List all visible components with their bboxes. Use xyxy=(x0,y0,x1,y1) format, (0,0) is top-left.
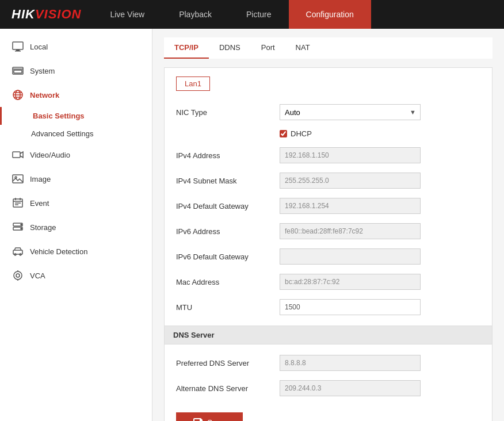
sidebar-item-video-audio[interactable]: Video/Audio xyxy=(0,143,152,167)
nav-items: Live View Playback Picture Configuration xyxy=(93,0,504,29)
tab-ddns[interactable]: DDNS xyxy=(209,37,251,59)
mac-address-row: Mac Address xyxy=(176,269,480,294)
sidebar-item-network[interactable]: Network xyxy=(0,83,152,107)
system-icon xyxy=(12,64,24,77)
svg-rect-12 xyxy=(13,175,23,183)
save-icon xyxy=(193,418,203,421)
network-icon xyxy=(12,89,24,101)
ipv4-subnet-row: IPv4 Subnet Mask xyxy=(176,168,480,193)
svg-rect-1 xyxy=(16,49,20,51)
dhcp-row: DHCP xyxy=(280,125,480,143)
sidebar-item-storage[interactable]: Storage xyxy=(0,215,152,239)
preferred-dns-row: Preferred DNS Server xyxy=(176,350,480,376)
tab-nat[interactable]: NAT xyxy=(285,37,320,59)
sidebar-item-vehicle-detection[interactable]: Vehicle Detection xyxy=(0,239,152,263)
mtu-row: MTU xyxy=(176,294,480,320)
image-icon xyxy=(12,173,24,185)
sidebar-item-vca[interactable]: VCA xyxy=(0,263,152,288)
save-section: Save xyxy=(176,412,480,421)
save-button-label: Save xyxy=(207,418,226,421)
svg-rect-5 xyxy=(14,70,22,73)
sidebar-sub-basic-settings[interactable]: Basic Settings xyxy=(0,107,152,125)
mtu-input[interactable] xyxy=(280,299,421,315)
tab-port[interactable]: Port xyxy=(251,37,285,59)
logo: HIKVISION xyxy=(0,7,93,22)
sidebar-item-event[interactable]: Event xyxy=(0,191,152,215)
svg-rect-0 xyxy=(13,42,23,49)
alternate-dns-input[interactable] xyxy=(280,380,421,396)
video-icon xyxy=(12,148,24,161)
svg-point-22 xyxy=(21,224,22,225)
sidebar-item-local[interactable]: Local xyxy=(0,35,152,59)
tab-bar: TCP/IP DDNS Port NAT xyxy=(164,37,492,59)
nic-type-row: NIC Type Auto Half duplex 10M Full duple… xyxy=(176,99,480,125)
nav-live-view[interactable]: Live View xyxy=(93,0,162,29)
nic-type-select-wrapper: Auto Half duplex 10M Full duplex 10M Hal… xyxy=(280,104,421,120)
save-button[interactable]: Save xyxy=(176,412,243,421)
ipv6-gateway-row: IPv6 Default Gateway xyxy=(176,244,480,269)
sidebar-label-event: Event xyxy=(30,199,49,208)
storage-icon xyxy=(12,221,24,234)
ipv6-address-label: IPv6 Address xyxy=(176,227,280,236)
ipv4-gateway-input[interactable] xyxy=(280,198,421,214)
logo-hik: HIK xyxy=(12,7,35,21)
logo-vision: VISION xyxy=(35,7,82,21)
svg-rect-2 xyxy=(15,51,21,52)
ipv6-address-row: IPv6 Address xyxy=(176,219,480,244)
preferred-dns-input[interactable] xyxy=(280,355,421,371)
vca-icon xyxy=(12,269,24,282)
top-navigation: HIKVISION Live View Playback Picture Con… xyxy=(0,0,504,29)
nic-type-select[interactable]: Auto Half duplex 10M Full duplex 10M Hal… xyxy=(280,104,421,120)
sidebar: Local System N xyxy=(0,29,152,421)
sidebar-label-local: Local xyxy=(30,43,48,51)
content-area: TCP/IP DDNS Port NAT Lan1 NIC Type Auto … xyxy=(152,29,504,421)
sidebar-item-system[interactable]: System xyxy=(0,59,152,83)
alternate-dns-row: Alternate DNS Server xyxy=(176,376,480,401)
vehicle-icon xyxy=(12,245,24,258)
sidebar-label-storage: Storage xyxy=(30,223,56,232)
lan1-button[interactable]: Lan1 xyxy=(176,76,210,91)
ipv4-gateway-label: IPv4 Default Gateway xyxy=(176,202,280,210)
alternate-dns-label: Alternate DNS Server xyxy=(176,384,280,393)
ipv4-subnet-input[interactable] xyxy=(280,173,421,189)
sidebar-label-vehicle-detection: Vehicle Detection xyxy=(30,247,87,256)
ipv4-address-label: IPv4 Address xyxy=(176,151,280,160)
ipv6-address-input[interactable] xyxy=(280,223,421,239)
mtu-label: MTU xyxy=(176,303,280,312)
svg-point-23 xyxy=(21,228,22,229)
ipv4-address-input[interactable] xyxy=(280,147,421,163)
sidebar-item-image[interactable]: Image xyxy=(0,167,152,191)
monitor-icon xyxy=(12,40,24,53)
svg-rect-11 xyxy=(13,152,20,158)
preferred-dns-label: Preferred DNS Server xyxy=(176,359,280,368)
nav-playback[interactable]: Playback xyxy=(162,0,229,29)
dhcp-label: DHCP xyxy=(291,129,312,138)
nic-type-label: NIC Type xyxy=(176,108,280,117)
main-layout: Local System N xyxy=(0,29,504,421)
event-icon xyxy=(12,197,24,209)
svg-point-27 xyxy=(14,271,22,280)
sidebar-sub-advanced-settings[interactable]: Advanced Settings xyxy=(0,125,152,143)
ipv4-subnet-label: IPv4 Subnet Mask xyxy=(176,177,280,185)
dns-section-header: DNS Server xyxy=(165,326,492,345)
nav-picture[interactable]: Picture xyxy=(229,0,289,29)
sidebar-label-network: Network xyxy=(30,91,59,99)
sidebar-label-vca: VCA xyxy=(30,271,45,280)
ipv6-gateway-label: IPv6 Default Gateway xyxy=(176,252,280,261)
mac-address-input[interactable] xyxy=(280,274,421,290)
sidebar-label-system: System xyxy=(30,67,55,75)
mac-address-label: Mac Address xyxy=(176,278,280,286)
logo-text: HIKVISION xyxy=(12,7,81,22)
ipv4-address-row: IPv4 Address xyxy=(176,143,480,168)
svg-point-28 xyxy=(16,274,20,277)
tab-tcp-ip[interactable]: TCP/IP xyxy=(164,37,209,59)
tcp-ip-panel: Lan1 NIC Type Auto Half duplex 10M Full … xyxy=(164,67,492,421)
ipv6-gateway-input[interactable] xyxy=(280,248,421,265)
ipv4-gateway-row: IPv4 Default Gateway xyxy=(176,193,480,219)
sidebar-label-video-audio: Video/Audio xyxy=(30,151,70,159)
dhcp-checkbox[interactable] xyxy=(280,130,287,137)
sidebar-label-image: Image xyxy=(30,175,51,183)
nav-configuration[interactable]: Configuration xyxy=(289,0,371,29)
